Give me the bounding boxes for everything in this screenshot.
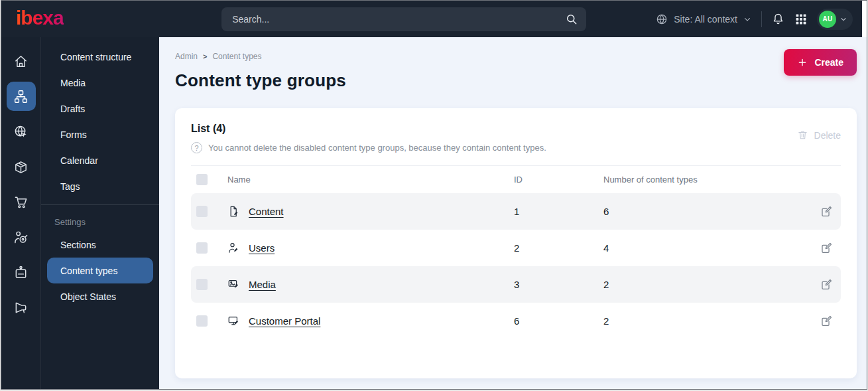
breadcrumb: Admin > Content types bbox=[175, 52, 346, 61]
plus-icon bbox=[797, 57, 808, 68]
group-count: 2 bbox=[603, 279, 806, 290]
user-edit-icon bbox=[227, 242, 240, 254]
create-button[interactable]: Create bbox=[784, 49, 857, 76]
table-row: Content 1 6 bbox=[191, 193, 841, 230]
menu-divider bbox=[41, 204, 159, 205]
site-context-selector[interactable]: Site: All context bbox=[655, 13, 752, 26]
edit-icon[interactable] bbox=[820, 315, 833, 327]
content-type-groups-card: List (4) ? You cannot delete the disable… bbox=[175, 108, 857, 378]
sidebar-item-label: Media bbox=[60, 78, 86, 88]
app-window: ibexa Site: All context bbox=[1, 0, 867, 390]
sidebar-item-label: Sections bbox=[60, 240, 96, 250]
row-checkbox[interactable] bbox=[196, 279, 208, 290]
topbar-divider bbox=[761, 11, 762, 27]
sidebar-item-label: Tags bbox=[60, 181, 80, 192]
list-note: ? You cannot delete the disabled content… bbox=[191, 142, 546, 153]
sidebar-item-label: Content types bbox=[60, 266, 117, 276]
grid-icon[interactable] bbox=[794, 13, 808, 26]
group-count: 2 bbox=[603, 315, 806, 327]
group-link[interactable]: Media bbox=[249, 279, 276, 290]
table-row: Users 2 4 bbox=[191, 230, 841, 266]
sidebar-item-label: Object States bbox=[60, 291, 116, 302]
site-context-label: Site: All context bbox=[674, 14, 737, 25]
globe-icon bbox=[655, 13, 668, 26]
list-note-text: You cannot delete the disabled content t… bbox=[208, 143, 546, 153]
user-menu[interactable]: AU bbox=[817, 9, 853, 30]
site-globe-icon[interactable] bbox=[7, 117, 36, 146]
sidebar-item-sections[interactable]: Sections bbox=[47, 232, 153, 258]
file-edit-icon bbox=[227, 205, 240, 218]
breadcrumb-current: Content types bbox=[212, 52, 261, 61]
sidebar-item-tags[interactable]: Tags bbox=[47, 173, 153, 199]
cart-icon[interactable] bbox=[7, 187, 36, 216]
search-icon[interactable] bbox=[565, 13, 578, 26]
table-row: Media 3 2 bbox=[191, 266, 841, 303]
column-count: Number of content types bbox=[603, 175, 806, 185]
ibexa-logo: ibexa bbox=[16, 8, 64, 28]
delete-button-label: Delete bbox=[814, 130, 841, 141]
group-id: 6 bbox=[514, 315, 603, 327]
sidebar-item-drafts[interactable]: Drafts bbox=[47, 96, 153, 121]
group-id: 1 bbox=[514, 206, 603, 217]
page-header: Admin > Content types Content type group… bbox=[175, 49, 857, 91]
content-type-groups-table: Name ID Number of content types bbox=[191, 165, 841, 339]
table-header: Name ID Number of content types bbox=[191, 165, 841, 193]
group-link[interactable]: Content bbox=[249, 206, 284, 217]
logo-zone: ibexa bbox=[1, 9, 159, 29]
card-header: List (4) ? You cannot delete the disable… bbox=[191, 123, 841, 153]
row-checkbox[interactable] bbox=[196, 315, 208, 327]
settings-section-label: Settings bbox=[41, 212, 159, 232]
product-box-icon[interactable] bbox=[7, 152, 36, 181]
column-id: ID bbox=[514, 175, 603, 185]
search-input[interactable] bbox=[232, 14, 565, 25]
chevron-down-icon bbox=[839, 15, 847, 23]
sidebar-item-object-states[interactable]: Object States bbox=[47, 283, 153, 309]
delete-button[interactable]: Delete bbox=[797, 129, 841, 141]
corporate-badge-icon[interactable] bbox=[7, 258, 36, 287]
group-count: 4 bbox=[603, 242, 806, 254]
create-button-label: Create bbox=[814, 57, 843, 68]
row-checkbox[interactable] bbox=[196, 242, 208, 254]
topbar-controls: Site: All context AU bbox=[649, 9, 862, 30]
home-icon[interactable] bbox=[7, 46, 36, 76]
monitor-edit-icon bbox=[227, 315, 240, 327]
sidebar-menu: Content structure Media Drafts Forms Cal… bbox=[41, 37, 159, 389]
group-count: 6 bbox=[603, 206, 806, 217]
edit-icon[interactable] bbox=[820, 205, 833, 218]
sidebar-item-label: Forms bbox=[60, 129, 87, 140]
sidebar-item-label: Drafts bbox=[60, 104, 85, 114]
group-link[interactable]: Users bbox=[249, 242, 275, 254]
group-id: 2 bbox=[514, 242, 603, 254]
column-name: Name bbox=[227, 175, 514, 185]
personalization-target-icon[interactable] bbox=[7, 222, 36, 252]
sidebar-rail bbox=[1, 37, 41, 389]
trash-icon bbox=[797, 129, 808, 141]
sidebar-item-label: Content structure bbox=[60, 52, 131, 62]
body-row: Content structure Media Drafts Forms Cal… bbox=[1, 37, 867, 389]
group-link[interactable]: Customer Portal bbox=[249, 315, 320, 327]
search-zone bbox=[159, 7, 649, 31]
sidebar-item-forms[interactable]: Forms bbox=[47, 121, 153, 147]
sidebar-item-content-structure[interactable]: Content structure bbox=[47, 44, 153, 70]
breadcrumb-separator: > bbox=[203, 52, 207, 60]
help-icon: ? bbox=[191, 142, 202, 153]
sidebar-item-media[interactable]: Media bbox=[47, 70, 153, 96]
global-search[interactable] bbox=[221, 7, 586, 31]
main-content: Admin > Content types Content type group… bbox=[159, 37, 867, 389]
group-id: 3 bbox=[514, 279, 603, 290]
bell-icon[interactable] bbox=[771, 12, 785, 26]
megaphone-icon[interactable] bbox=[7, 293, 36, 322]
row-checkbox[interactable] bbox=[196, 206, 208, 217]
edit-icon[interactable] bbox=[820, 278, 833, 291]
chevron-down-icon bbox=[743, 15, 752, 24]
sidebar-item-calendar[interactable]: Calendar bbox=[47, 147, 153, 173]
page-title: Content type groups bbox=[175, 70, 346, 91]
select-all-checkbox[interactable] bbox=[196, 174, 208, 185]
table-row: Customer Portal 6 2 bbox=[191, 303, 841, 339]
avatar: AU bbox=[819, 11, 836, 28]
content-tree-icon[interactable] bbox=[7, 82, 36, 111]
sidebar-item-label: Calendar bbox=[60, 155, 98, 166]
breadcrumb-admin[interactable]: Admin bbox=[175, 52, 198, 61]
edit-icon[interactable] bbox=[820, 242, 833, 254]
sidebar-item-content-types[interactable]: Content types bbox=[47, 258, 153, 283]
